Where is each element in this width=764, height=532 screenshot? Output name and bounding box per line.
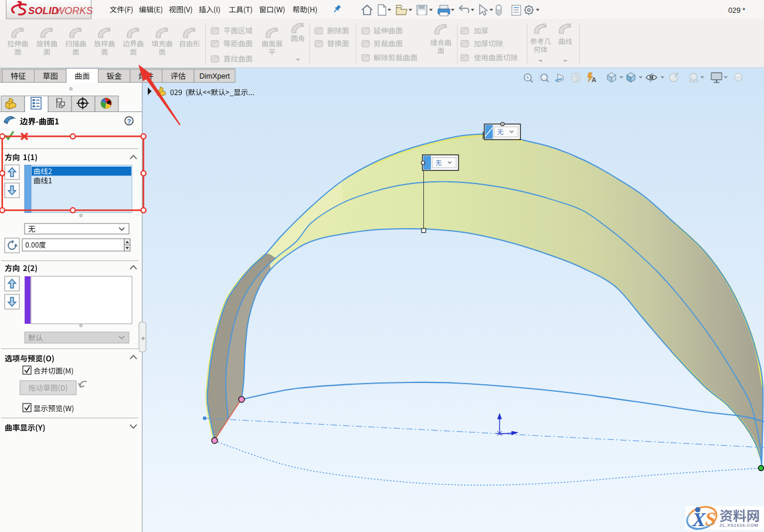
svg-text:X: X [692, 509, 707, 530]
svg-text:A: A [592, 76, 596, 83]
svg-text:WORKS: WORKS [55, 5, 93, 16]
svg-text:S: S [705, 508, 717, 530]
svg-text:?: ? [127, 118, 131, 125]
svg-text:029 *: 029 * [728, 6, 745, 15]
svg-text:DimXpert: DimXpert [199, 72, 230, 80]
svg-text:SOLID: SOLID [28, 5, 59, 16]
svg-text:ZL.XS1616.COM: ZL.XS1616.COM [719, 523, 758, 528]
